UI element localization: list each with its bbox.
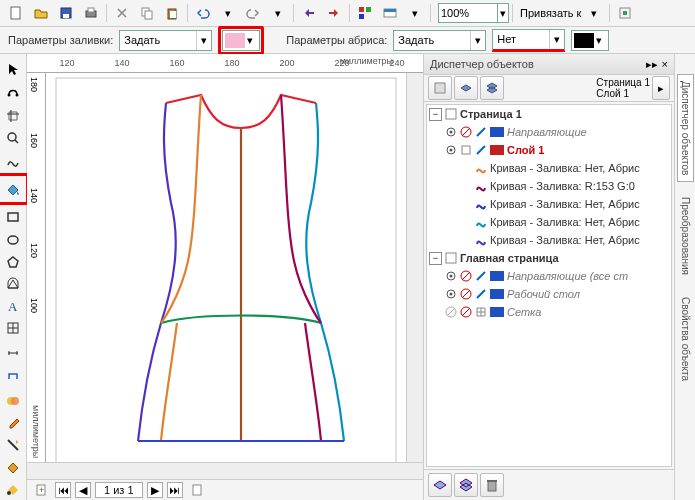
outline-tool[interactable] (1, 435, 25, 456)
fill-tool[interactable] (1, 457, 25, 478)
page-add2-icon[interactable] (187, 481, 205, 499)
edit-layers-icon[interactable] (454, 76, 478, 100)
svg-rect-37 (446, 253, 456, 263)
svg-rect-46 (488, 481, 496, 491)
options-button[interactable] (613, 1, 637, 25)
interactive-fill-tool[interactable] (1, 479, 25, 500)
svg-rect-13 (384, 9, 396, 12)
basic-shapes-tool[interactable] (1, 273, 25, 294)
outline-width-select[interactable]: Нет▾ (492, 29, 565, 52)
snap-label: Привязать к (520, 7, 581, 19)
page-info: 1 из 1 (95, 482, 143, 498)
table-tool[interactable] (1, 317, 25, 338)
page-add-icon[interactable]: + (33, 481, 51, 499)
outline-select[interactable]: Задать▾ (393, 30, 486, 51)
ellipse-tool[interactable] (1, 229, 25, 250)
import-button[interactable] (297, 1, 321, 25)
paste-button[interactable] (160, 1, 184, 25)
page-first[interactable]: ⏮ (55, 482, 71, 498)
shape-tool[interactable] (1, 80, 25, 101)
svg-rect-29 (435, 83, 445, 93)
snap-dd[interactable]: ▾ (582, 1, 606, 25)
main-toolbar: ▾ ▾ ▾ ▾ Привязать к ▾ (0, 0, 695, 27)
svg-point-42 (450, 293, 453, 296)
text-tool[interactable]: A (1, 295, 25, 316)
page-last[interactable]: ⏭ (167, 482, 183, 498)
svg-point-35 (450, 149, 453, 152)
open-button[interactable] (29, 1, 53, 25)
new-button[interactable] (4, 1, 28, 25)
fill-params-label: Параметры заливки: (8, 34, 113, 46)
svg-rect-10 (366, 7, 371, 12)
svg-rect-36 (462, 146, 470, 154)
pick-tool[interactable] (1, 58, 25, 79)
docker-menu-icon[interactable]: ▸▸ (646, 58, 658, 71)
svg-rect-0 (11, 7, 20, 19)
canvas[interactable] (46, 73, 406, 462)
dimension-tool[interactable] (1, 343, 25, 364)
fill-select[interactable]: Задать▾ (119, 30, 212, 51)
save-button[interactable] (54, 1, 78, 25)
scrollbar-v[interactable] (406, 73, 423, 462)
redo-button[interactable] (241, 1, 265, 25)
svg-point-17 (8, 133, 16, 141)
object-tree[interactable]: −Страница 1 Направляющие Слой 1 Кривая -… (426, 104, 672, 467)
status-bar: + ⏮ ◀ 1 из 1 ▶ ⏭ (27, 479, 423, 500)
svg-rect-4 (88, 8, 94, 12)
redo-dd[interactable]: ▾ (266, 1, 290, 25)
svg-rect-2 (63, 14, 69, 18)
zoom-input[interactable] (438, 3, 498, 23)
toolbox: A (0, 54, 27, 500)
svg-rect-28 (193, 485, 201, 495)
export-button[interactable] (322, 1, 346, 25)
svg-point-16 (16, 93, 19, 96)
blend-tool[interactable] (1, 391, 25, 412)
side-tab-transforms[interactable]: Преобразования (677, 190, 694, 282)
delete-layer-icon[interactable] (480, 473, 504, 497)
polygon-tool[interactable] (1, 251, 25, 272)
rectangle-tool[interactable] (1, 207, 25, 228)
new-layer-icon[interactable] (428, 473, 452, 497)
zoom-dd[interactable]: ▾ (498, 3, 509, 23)
print-button[interactable] (79, 1, 103, 25)
crop-tool[interactable] (1, 106, 25, 127)
outline-params-label: Параметры абриса: (286, 34, 387, 46)
fill-swatch[interactable]: ▾ (222, 30, 260, 51)
docker-title: Диспетчер объектов ▸▸ × (424, 54, 674, 75)
zoom-tool[interactable] (1, 128, 25, 149)
svg-text:A: A (8, 299, 18, 313)
undo-dd[interactable]: ▾ (216, 1, 240, 25)
welcome-dd[interactable]: ▾ (403, 1, 427, 25)
svg-rect-18 (8, 213, 18, 221)
undo-button[interactable] (191, 1, 215, 25)
drawing (46, 73, 406, 462)
scrollbar-h[interactable] (27, 462, 423, 479)
copy-button[interactable] (135, 1, 159, 25)
svg-point-19 (8, 236, 18, 244)
page-next[interactable]: ▶ (147, 482, 163, 498)
side-tab-object-props[interactable]: Свойства объекта (677, 290, 694, 388)
svg-rect-6 (145, 11, 152, 19)
welcome-icon[interactable] (378, 1, 402, 25)
docker-close-icon[interactable]: × (662, 58, 668, 71)
svg-point-39 (450, 275, 453, 278)
eyedropper-tool[interactable] (1, 413, 25, 434)
app-launch-icon[interactable] (353, 1, 377, 25)
outline-swatch[interactable]: ▾ (571, 30, 609, 51)
docker-flyout-icon[interactable]: ▸ (652, 76, 670, 100)
layer-manager-icon[interactable] (480, 76, 504, 100)
connector-tool[interactable] (1, 365, 25, 386)
svg-rect-30 (446, 109, 456, 119)
cut-button[interactable] (110, 1, 134, 25)
freehand-tool[interactable] (1, 150, 25, 171)
page-prev[interactable]: ◀ (75, 482, 91, 498)
side-tab-object-manager[interactable]: Диспетчер объектов (677, 74, 694, 182)
ruler-horizontal: миллиметры 120140160180200220240 (27, 54, 423, 73)
docker-bottom (424, 469, 674, 500)
show-props-icon[interactable] (428, 76, 452, 100)
smart-fill-tool[interactable] (1, 177, 25, 201)
object-manager-docker: Диспетчер объектов ▸▸ × Страница 1 Слой … (423, 54, 674, 500)
svg-point-15 (8, 93, 11, 96)
svg-rect-8 (170, 11, 176, 18)
new-master-layer-icon[interactable] (454, 473, 478, 497)
